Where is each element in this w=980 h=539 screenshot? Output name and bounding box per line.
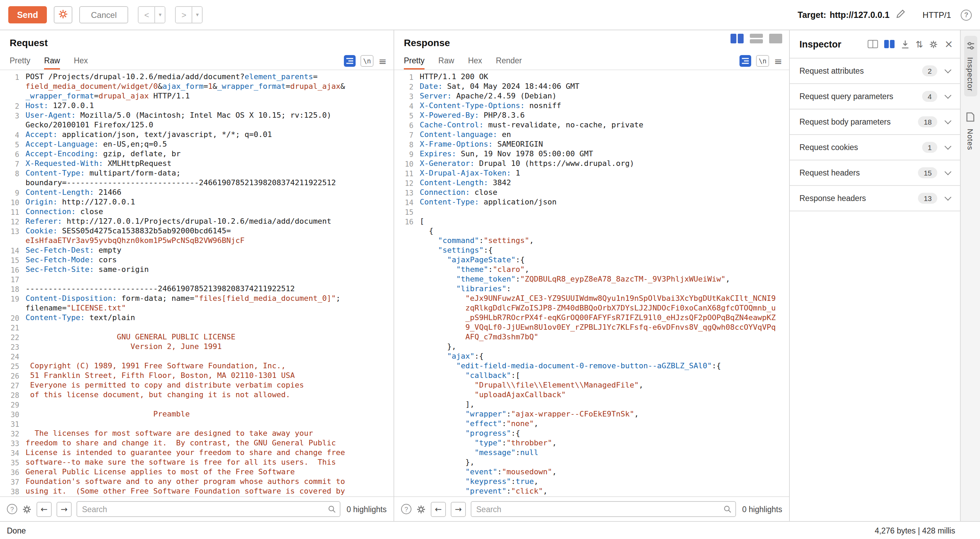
format-toggle-icon[interactable] (344, 55, 356, 67)
line-number: 4 (4, 130, 19, 140)
code-line: { (398, 227, 789, 236)
code-line: 13Connection: close (398, 188, 789, 198)
send-button[interactable]: Send (8, 6, 47, 24)
line-number: 5 (398, 111, 414, 120)
inspector-settings-icon[interactable] (929, 40, 938, 49)
inspector-sections: Request attributes 2 Request query param… (790, 58, 960, 211)
code-line: "uploadAjaxCallback" (398, 390, 789, 400)
line-number: 3 (4, 111, 19, 120)
inspector-view-outline-icon[interactable] (867, 40, 878, 48)
layout-single-icon[interactable] (769, 34, 782, 43)
line-number: 37 (4, 477, 19, 487)
code-line: "libraries": (398, 284, 789, 294)
edit-target-button[interactable] (896, 9, 905, 21)
history-back-dropdown[interactable]: ▾ (155, 7, 165, 23)
search-next-button[interactable]: → (57, 501, 72, 517)
side-tab-inspector[interactable]: Inspector (964, 36, 977, 97)
line-number (398, 265, 414, 275)
inspector-view-filled-icon[interactable] (884, 40, 894, 48)
code-line: AFQ_c7md3shm7bQ" (398, 333, 789, 342)
inspector-section-request-body-parameters[interactable]: Request body parameters 18 (790, 109, 960, 135)
line-number (398, 255, 414, 265)
code-line: _pS9HLbR7ROcrPX4f-eqKGrOQ00FAFYFsR7IFZL9… (398, 313, 789, 323)
cancel-button[interactable]: Cancel (79, 6, 129, 24)
count-badge: 13 (918, 193, 937, 204)
search-help-icon[interactable]: ? (401, 504, 411, 514)
line-number: 1 (398, 72, 414, 82)
code-line: 38using it. (Some other Free Software Fo… (4, 487, 393, 496)
search-settings-icon[interactable] (22, 504, 32, 514)
tab-request-raw[interactable]: Raw (44, 57, 60, 70)
side-tab-notes-label: Notes (966, 129, 975, 151)
inspector-section-request-attributes[interactable]: Request attributes 2 (790, 59, 960, 84)
chevron-down-icon: ▾ (159, 12, 162, 18)
code-line: "Drupal\\file\\Element\\ManagedFile", (398, 380, 789, 390)
request-tabs: Pretty Raw Hex \n ≡ (0, 52, 393, 70)
line-number: 10 (4, 198, 19, 207)
line-number: 36 (4, 468, 19, 477)
inspector-section-response-headers[interactable]: Response headers 13 (790, 186, 960, 211)
line-number (398, 236, 414, 246)
side-tab-notes[interactable]: Notes (964, 108, 977, 155)
tab-response-hex[interactable]: Hex (468, 57, 482, 70)
history-back-button[interactable]: < (139, 7, 155, 23)
layout-rows-icon[interactable] (750, 34, 763, 43)
http-version-selector[interactable]: HTTP/1 (923, 10, 951, 20)
tab-response-raw[interactable]: Raw (438, 57, 454, 70)
response-highlights-count: 0 highlights (742, 505, 782, 513)
response-search-input[interactable] (471, 501, 736, 517)
inspector-section-request-headers[interactable]: Request headers 15 (790, 160, 960, 186)
inspector-section-request-query-parameters[interactable]: Request query parameters 4 (790, 84, 960, 109)
show-newlines-button[interactable]: \n (756, 55, 770, 67)
tab-request-pretty[interactable]: Pretty (10, 57, 30, 70)
code-line: 15Sec-Fetch-Mode: cors (4, 255, 393, 265)
search-prev-button[interactable]: ← (37, 501, 52, 517)
search-help-icon[interactable]: ? (7, 504, 17, 514)
search-settings-icon[interactable] (416, 504, 426, 514)
inspector-section-request-cookies[interactable]: Request cookies 1 (790, 135, 960, 160)
close-icon[interactable]: × (945, 39, 953, 49)
status-bar: Done 4,276 bytes | 428 millis (0, 521, 980, 539)
search-prev-button[interactable]: ← (431, 501, 446, 517)
format-toggle-icon[interactable] (740, 55, 751, 67)
layout-columns-icon[interactable] (730, 34, 744, 43)
response-editor[interactable]: 1HTTP/1.1 200 OK2Date: Sat, 04 May 2024 … (394, 70, 789, 496)
code-line: 11Connection: close (4, 207, 393, 217)
code-line: _wrapper_format=drupal_ajax HTTP/1.1 (4, 92, 393, 101)
code-line: 33freedom to share and change it. By con… (4, 439, 393, 448)
send-settings-button[interactable] (54, 6, 72, 24)
code-line: "progress":{ (398, 429, 789, 439)
code-line: 16Sec-Fetch-Site: same-origin (4, 265, 393, 275)
line-number (4, 82, 19, 92)
code-line: 25 Copyright (C) 1989, 1991 Free Softwar… (4, 361, 393, 371)
request-editor[interactable]: 1POST /Projects/drupal-10.2.6/media/add/… (0, 70, 393, 496)
history-forward-dropdown[interactable]: ▾ (192, 7, 202, 23)
history-forward-button[interactable]: > (176, 7, 192, 23)
tab-response-render[interactable]: Render (496, 57, 522, 70)
sort-updown-icon[interactable]: ⇅ (916, 40, 923, 49)
response-search-wrap (471, 501, 736, 517)
line-number: 14 (4, 246, 19, 255)
editor-menu-icon[interactable]: ≡ (774, 56, 782, 66)
burp-repeater-window: Send Cancel < ▾ > ▾ Target: http://127.0… (0, 0, 980, 539)
code-line: 2Date: Sat, 04 May 2024 18:44:06 GMT (398, 82, 789, 92)
code-line: 3Server: Apache/2.4.59 (Debian) (398, 92, 789, 101)
code-line: "message":null (398, 448, 789, 458)
code-line: }, (398, 458, 789, 468)
line-number: 21 (4, 323, 19, 333)
request-search-input[interactable] (76, 501, 340, 517)
line-number: 28 (4, 390, 19, 400)
search-next-button[interactable]: → (451, 501, 466, 517)
show-newlines-button[interactable]: \n (360, 55, 374, 67)
editor-menu-icon[interactable]: ≡ (379, 56, 387, 66)
code-line: 15 (398, 207, 789, 217)
history-back-group: < ▾ (138, 6, 166, 24)
line-number (398, 323, 414, 333)
tab-response-pretty[interactable]: Pretty (404, 57, 425, 70)
tab-request-hex[interactable]: Hex (74, 57, 88, 70)
help-icon[interactable]: ? (961, 9, 972, 20)
line-number (398, 458, 414, 468)
collapse-all-icon[interactable] (900, 40, 909, 49)
code-line: "edit-field-media-document-0-remove-butt… (398, 361, 789, 371)
line-number: 5 (4, 140, 19, 149)
